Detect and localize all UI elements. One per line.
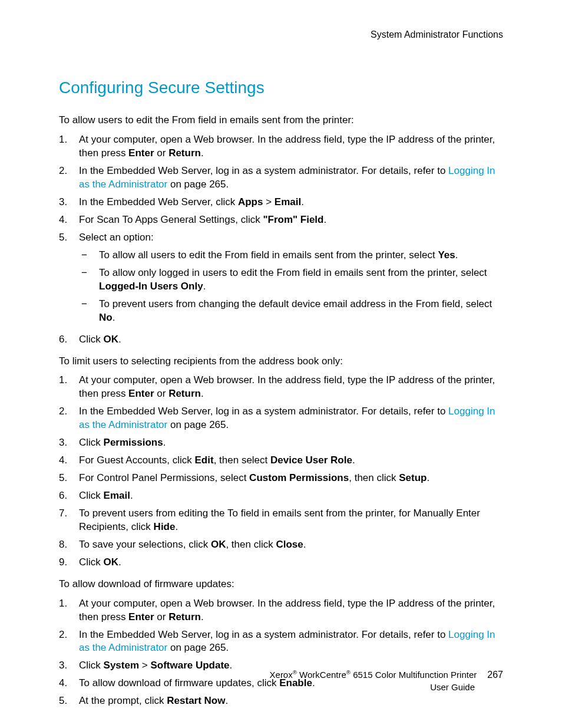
list-item: 6.Click Email. [59,489,503,503]
footer-sub: User Guide [270,681,503,693]
list-item: 5.Select an option:−To allow all users t… [59,231,503,329]
list-item: 7.To prevent users from editing the To f… [59,507,503,534]
section-intro: To allow download of firmware updates: [59,578,503,591]
list-item: 2.In the Embedded Web Server, log in as … [59,164,503,192]
numbered-list: 1.At your computer, open a Web browser. … [59,374,503,569]
list-item: 1.At your computer, open a Web browser. … [59,133,503,160]
footer-product: Xerox® WorkCentre® 6515 Color Multifunct… [270,669,477,681]
list-item: 5.At the prompt, click Restart Now. [59,694,503,708]
section-intro: To allow users to edit the From field in… [59,114,503,127]
sub-item: −To allow only logged in users to edit t… [79,266,503,294]
list-item: 2.In the Embedded Web Server, log in as … [59,405,503,432]
list-item: 4.For Guest Accounts, click Edit, then s… [59,454,503,467]
list-item: 8.To save your selections, click OK, the… [59,538,503,552]
body-content: To allow users to edit the From field in… [59,114,503,708]
page-number: 267 [487,669,503,681]
list-item: 3.Click Permissions. [59,436,503,450]
xref-link[interactable]: Logging In as the Administrator [79,406,495,430]
sub-item: −To allow all users to edit the From fie… [79,249,503,262]
section-intro: To limit users to selecting recipients f… [59,355,503,368]
list-item: 2.In the Embedded Web Server, log in as … [59,628,503,655]
page-title: Configuring Secure Settings [59,77,503,99]
list-item: 6.Click OK. [59,333,503,347]
sub-item: −To prevent users from changing the defa… [79,298,503,325]
page-footer: Xerox® WorkCentre® 6515 Color Multifunct… [270,669,503,693]
xref-link[interactable]: Logging In as the Administrator [79,629,495,654]
list-item: 1.At your computer, open a Web browser. … [59,374,503,401]
numbered-list: 1.At your computer, open a Web browser. … [59,133,503,346]
list-item: 1.At your computer, open a Web browser. … [59,597,503,624]
list-item: 5.For Control Panel Permissions, select … [59,472,503,485]
list-item: 4.For Scan To Apps General Settings, cli… [59,213,503,227]
list-item: 3.In the Embedded Web Server, click Apps… [59,196,503,209]
header-section: System Administrator Functions [59,28,503,41]
xref-link[interactable]: Logging In as the Administrator [79,165,495,190]
list-item: 9.Click OK. [59,556,503,569]
